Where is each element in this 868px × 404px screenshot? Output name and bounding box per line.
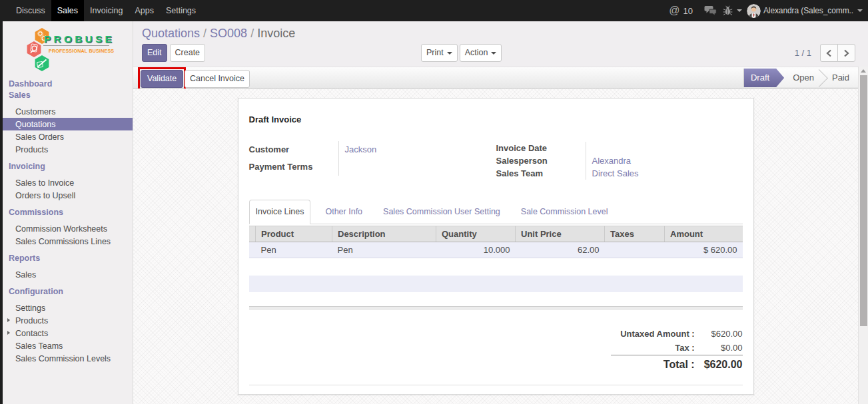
action-caret-icon [491,52,496,55]
tax-value: $0.00 [695,341,743,355]
menu-settings[interactable]: Settings [160,0,202,21]
sidebar-section-commissions[interactable]: Commissions [3,207,133,218]
scroll-up-arrow-icon [861,69,866,73]
create-button[interactable]: Create [170,44,206,62]
debug-caret-icon [737,9,742,12]
pager: 1 / 1 [795,44,855,62]
field-groups: Customer Jackson Payment Terms Invoice D… [249,141,743,180]
invoice-line-row[interactable]: Pen Pen 10.000 62.00 $ 620.00 [249,242,743,258]
company-logo[interactable]: PROBUSE PROBUSE PROFESSIONAL BUSINESS [3,21,133,77]
sidebar-item-reports-sales[interactable]: Sales [3,268,133,281]
scrollbar-up-button[interactable] [859,67,868,75]
sidebar-item-sales-teams[interactable]: Sales Teams [3,339,133,352]
payment-terms-value[interactable] [339,158,345,176]
invoice-sheet: Draft Invoice Customer Jackson Payment T… [238,98,754,395]
customer-label: Customer [249,141,339,158]
tab-sales-commission-user-setting[interactable]: Sales Commission User Setting [377,200,506,224]
menu-invoicing[interactable]: Invoicing [84,0,129,21]
column-header-taxes[interactable]: Taxes [605,226,665,242]
form-scroll-region: Validate Cancel Invoice Draft Open Paid … [133,67,868,404]
tax-row: Tax : $0.00 [611,341,742,355]
sidebar-item-sales-commission-levels[interactable]: Sales Commission Levels [3,352,133,365]
user-avatar[interactable] [747,4,761,18]
sidebar-item-sales-to-invoice[interactable]: Sales to Invoice [3,176,133,189]
sidebar-item-label: Contacts [15,329,48,338]
main-area: Quotations/SO008/Invoice Edit Create Pri… [133,21,868,404]
tax-label: Tax : [611,341,694,355]
breadcrumb-so008[interactable]: SO008 [210,27,247,40]
sidebar-item-config-contacts[interactable]: Contacts [3,327,133,339]
sheet-bottom-divider [249,385,743,385]
logo-tagline: PROFESSIONAL BUSINESS [49,49,114,54]
status-pipeline: Draft Open Paid [743,69,858,87]
probuse-logo-image: PROBUSE PROBUSE PROFESSIONAL BUSINESS [27,25,116,77]
scrollbar-thumb[interactable] [860,75,867,326]
menu-sales[interactable]: Sales [51,0,84,21]
pager-counter: 1 / 1 [795,48,811,58]
total-label: Total : [611,355,694,373]
sidebar-item-settings[interactable]: Settings [3,302,133,314]
column-header-description[interactable]: Description [332,226,436,242]
pager-previous-button[interactable] [820,44,838,62]
sidebar: PROBUSE PROBUSE PROFESSIONAL BUSINESS Da… [3,21,133,404]
menu-apps[interactable]: Apps [129,0,160,21]
breadcrumb-quotations[interactable]: Quotations [142,27,200,40]
sidebar-item-commission-worksheets[interactable]: Commission Worksheets [3,222,133,235]
sidebar-item-dashboard[interactable]: Dashboard [3,79,133,90]
tab-invoice-lines[interactable]: Invoice Lines [249,200,311,224]
column-header-amount[interactable]: Amount [665,226,743,242]
sales-team-value[interactable]: Direct Sales [586,167,639,180]
notebook-tabs: Invoice Lines Other Info Sales Commissio… [249,200,743,224]
total-row: Total : $620.00 [611,355,742,373]
field-payment-terms: Payment Terms [249,158,486,176]
mentions-counter[interactable]: @ 10 [669,5,693,17]
field-group-left: Customer Jackson Payment Terms [249,141,486,180]
messages-button[interactable] [704,5,717,16]
sidebar-section-sales[interactable]: Sales [3,90,133,101]
breadcrumb-current: Invoice [257,27,295,40]
sidebar-item-config-products[interactable]: Products [3,314,133,327]
sidebar-section-configuration[interactable]: Configuration [3,286,133,298]
sidebar-item-quotations[interactable]: Quotations [3,118,133,130]
expand-caret-icon [7,331,10,335]
column-header-product[interactable]: Product [256,226,332,242]
invoice-lines-table: Product Description Quantity Unit Price … [249,226,743,258]
print-dropdown-button[interactable]: Print [421,44,458,62]
salesperson-value[interactable]: Alexandra [586,154,632,167]
sidebar-item-orders-to-upsell[interactable]: Orders to Upsell [3,189,133,202]
tab-sale-commission-level[interactable]: Sale Commission Level [515,200,614,224]
cancel-invoice-button[interactable]: Cancel Invoice [185,70,250,88]
vertical-scrollbar[interactable] [858,67,868,404]
field-invoice-date: Invoice Date [496,142,743,154]
status-step-paid[interactable]: Paid [823,69,858,87]
sidebar-section-reports[interactable]: Reports [3,253,133,264]
print-caret-icon [447,52,452,55]
field-salesperson: Salesperson Alexandra [496,154,743,167]
invoice-date-value[interactable] [586,142,592,154]
sidebar-item-customers[interactable]: Customers [3,105,133,118]
sidebar-item-sales-commissions-lines[interactable]: Sales Commissions Lines [3,235,133,248]
annotation-highlight-box: Validate [138,67,186,91]
statusbar: Validate Cancel Invoice Draft Open Paid [133,67,858,89]
action-dropdown-button[interactable]: Action [460,44,502,62]
logo-hexagon-tools [35,55,49,71]
debug-menu-button[interactable] [723,5,742,16]
sidebar-section-invoicing[interactable]: Invoicing [3,161,133,172]
menu-discuss[interactable]: Discuss [10,0,51,21]
tab-other-info[interactable]: Other Info [319,200,368,224]
breadcrumb: Quotations/SO008/Invoice [142,27,295,41]
user-menu[interactable]: Alexandra (Sales_comm.. [763,6,853,15]
customer-value[interactable]: Jackson [339,141,377,158]
validate-button[interactable]: Validate [141,70,183,88]
sidebar-item-products[interactable]: Products [3,143,133,156]
edit-button[interactable]: Edit [142,44,167,62]
sidebar-item-sales-orders[interactable]: Sales Orders [3,130,133,143]
column-header-quantity[interactable]: Quantity [436,226,516,242]
chat-icon [704,5,717,16]
column-header-unit-price[interactable]: Unit Price [516,226,605,242]
total-value: $620.00 [695,355,743,373]
untaxed-amount-label: Untaxed Amount : [611,327,694,341]
pager-next-button[interactable] [837,44,855,62]
status-step-draft[interactable]: Draft [744,69,784,87]
field-group-right: Invoice Date Salesperson Alexandra Sales… [496,142,743,180]
